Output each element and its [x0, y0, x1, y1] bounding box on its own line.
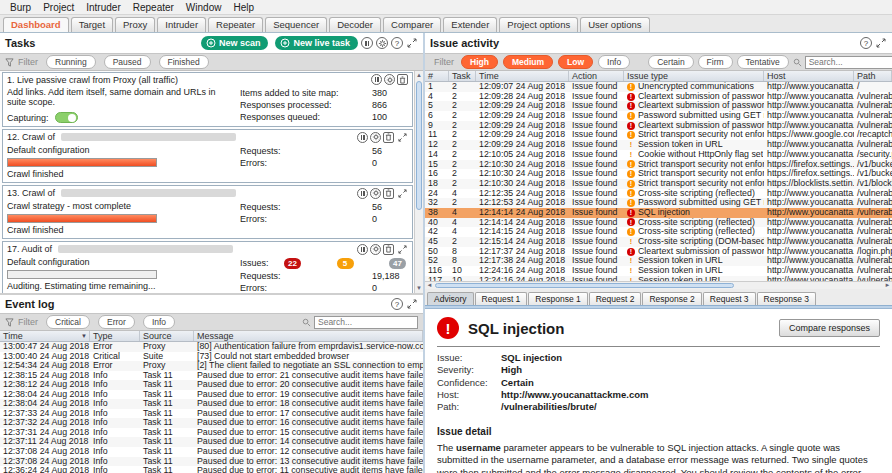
message-tab[interactable]: Request 3: [703, 292, 756, 305]
column-header-time[interactable]: Time ▼: [0, 331, 90, 341]
event-log-row[interactable]: 12:37:08 24 Aug 2018 Info Task 11 Paused…: [0, 447, 423, 457]
issue-row[interactable]: 45 2 12:15:14 24 Aug 2018 Issue found ! …: [425, 237, 892, 247]
event-log-row[interactable]: 13:00:40 24 Aug 2018 Critical Suite [73]…: [0, 352, 423, 362]
gear-icon[interactable]: [384, 74, 395, 85]
pause-task-icon[interactable]: [357, 132, 368, 143]
expand-panel-icon[interactable]: [406, 37, 418, 49]
main-tab[interactable]: User options: [580, 17, 649, 32]
event-log-row[interactable]: 12:54:34 24 Aug 2018 Error Proxy [2] The…: [0, 361, 423, 371]
message-tab[interactable]: Response 3: [757, 292, 816, 305]
confidence-filter-pill[interactable]: Certain: [648, 55, 693, 69]
issue-row[interactable]: 6 2 12:09:29 24 Aug 2018 Issue found ! P…: [425, 111, 892, 121]
issue-row[interactable]: 5 2 12:09:29 24 Aug 2018 Issue found ! C…: [425, 101, 892, 111]
expand-task-icon[interactable]: [396, 187, 408, 199]
issue-row[interactable]: 9 2 12:09:29 24 Aug 2018 Issue found ! C…: [425, 121, 892, 131]
scrollbar-thumb[interactable]: [435, 283, 734, 288]
new-live-task-button[interactable]: New live task: [275, 36, 358, 50]
scroll-up-icon[interactable]: ▲: [415, 71, 423, 80]
expand-panel-icon[interactable]: [875, 37, 887, 49]
column-header-type[interactable]: Type: [90, 331, 140, 341]
tasks-scrollbar[interactable]: ▲ ▼: [414, 71, 423, 293]
menu-item[interactable]: Help: [227, 2, 260, 13]
issue-row[interactable]: 11 2 12:09:29 24 Aug 2018 Issue found ! …: [425, 130, 892, 140]
gear-icon[interactable]: [370, 188, 381, 199]
task-filter-pill[interactable]: Running: [46, 55, 96, 69]
task-card[interactable]: 12. Crawl of Default configuration: [2, 129, 413, 183]
main-tab[interactable]: Sequencer: [265, 17, 327, 32]
gear-icon[interactable]: [370, 132, 381, 143]
expand-panel-icon[interactable]: [406, 298, 418, 310]
pause-task-icon[interactable]: [357, 244, 368, 255]
issue-table-hscrollbar[interactable]: ◄ ►: [425, 281, 892, 289]
event-log-row[interactable]: 12:36:24 24 Aug 2018 Info Task 11 Paused…: [0, 466, 423, 473]
task-filter-pill[interactable]: Paused: [104, 55, 151, 69]
main-tab[interactable]: Comparer: [383, 17, 441, 32]
column-header-number[interactable]: #: [425, 71, 449, 81]
issue-row[interactable]: 116 10 12:24:16 24 Aug 2018 Issue found …: [425, 266, 892, 276]
event-log-row[interactable]: 12:37:31 24 Aug 2018 Info Task 11 Paused…: [0, 428, 423, 438]
message-tab[interactable]: Request 1: [475, 292, 528, 305]
new-scan-button[interactable]: New scan: [201, 36, 269, 50]
task-card[interactable]: 17. Audit of Default configuration: [2, 241, 413, 293]
message-tab[interactable]: Request 2: [589, 292, 642, 305]
task-filter-pill[interactable]: Finished: [159, 55, 209, 69]
confidence-filter-pill[interactable]: Tentative: [737, 55, 789, 69]
issue-row[interactable]: 52 8 12:17:38 24 Aug 2018 Issue found ! …: [425, 256, 892, 266]
issue-row[interactable]: 14 2 12:10:05 24 Aug 2018 Issue found ! …: [425, 150, 892, 160]
issue-row[interactable]: 24 4 12:12:35 24 Aug 2018 Issue found ! …: [425, 189, 892, 199]
main-tab[interactable]: Extender: [443, 17, 497, 32]
menu-item[interactable]: Intruder: [80, 2, 126, 13]
message-tab[interactable]: Response 1: [528, 292, 587, 305]
column-header-path[interactable]: Path: [854, 71, 892, 81]
main-tab[interactable]: Intruder: [157, 17, 206, 32]
event-log-row[interactable]: 12:38:15 24 Aug 2018 Info Task 11 Paused…: [0, 371, 423, 381]
message-tab[interactable]: Advisory: [427, 292, 474, 305]
issue-row[interactable]: 38 4 12:14:14 24 Aug 2018 Issue found ! …: [425, 208, 892, 218]
pause-task-icon[interactable]: [357, 188, 368, 199]
confidence-filter-pill[interactable]: Firm: [698, 55, 733, 69]
help-icon[interactable]: ?: [391, 37, 403, 49]
issue-row[interactable]: 4 2 12:09:28 24 Aug 2018 Issue found ! C…: [425, 92, 892, 102]
event-log-row[interactable]: 12:38:04 24 Aug 2018 Info Task 11 Paused…: [0, 399, 423, 409]
main-tab[interactable]: Project options: [499, 17, 578, 32]
expand-task-icon[interactable]: [396, 131, 408, 143]
task-card[interactable]: 1. Live passive crawl from Proxy (all tr…: [2, 72, 413, 127]
issue-row[interactable]: 32 2 12:12:53 24 Aug 2018 Issue found ! …: [425, 198, 892, 208]
main-tab[interactable]: Target: [71, 17, 113, 32]
scroll-down-icon[interactable]: ▼: [415, 284, 423, 293]
main-tab[interactable]: Proxy: [115, 17, 155, 32]
event-log-row[interactable]: 12:37:32 24 Aug 2018 Info Task 11 Paused…: [0, 418, 423, 428]
scrollbar-thumb[interactable]: [416, 81, 422, 210]
issue-row[interactable]: 40 4 12:14:14 24 Aug 2018 Issue found ! …: [425, 218, 892, 228]
column-header-action[interactable]: Action: [569, 71, 624, 81]
column-header-host[interactable]: Host: [764, 71, 854, 81]
main-tab[interactable]: Decoder: [329, 17, 381, 32]
severity-filter-pill[interactable]: Low: [558, 55, 593, 69]
column-header-issue-type[interactable]: Issue type: [624, 71, 764, 81]
column-header-source[interactable]: Source: [140, 331, 194, 341]
event-log-row[interactable]: 12:38:12 24 Aug 2018 Info Task 11 Paused…: [0, 380, 423, 390]
event-log-row[interactable]: 12:37:08 24 Aug 2018 Info Task 11 Paused…: [0, 457, 423, 467]
message-tab[interactable]: Response 2: [642, 292, 701, 305]
event-log-row[interactable]: 12:37:11 24 Aug 2018 Info Task 11 Paused…: [0, 437, 423, 447]
issue-row[interactable]: 42 4 12:14:15 24 Aug 2018 Issue found ! …: [425, 227, 892, 237]
issue-row[interactable]: 18 2 12:10:30 24 Aug 2018 Issue found ! …: [425, 179, 892, 189]
column-header-message[interactable]: Message: [194, 331, 423, 341]
help-icon[interactable]: ?: [860, 37, 872, 49]
main-tab[interactable]: Repeater: [208, 17, 263, 32]
severity-filter-pill[interactable]: High: [461, 55, 498, 69]
issue-row[interactable]: 50 8 12:17:37 24 Aug 2018 Issue found ! …: [425, 247, 892, 257]
issue-row[interactable]: 15 2 12:10:30 24 Aug 2018 Issue found ! …: [425, 160, 892, 170]
trash-icon[interactable]: [383, 188, 394, 199]
event-filter-pill[interactable]: Error: [98, 315, 135, 329]
event-filter-pill[interactable]: Info: [143, 315, 175, 329]
menu-item[interactable]: Window: [180, 2, 228, 13]
compare-responses-button[interactable]: Compare responses: [779, 319, 880, 337]
event-log-row[interactable]: 13:00:47 24 Aug 2018 Error Proxy [80] Au…: [0, 342, 423, 352]
main-tab[interactable]: Dashboard: [3, 17, 69, 32]
issue-row[interactable]: 1 2 12:09:07 24 Aug 2018 Issue found ! U…: [425, 82, 892, 92]
menu-item[interactable]: Burp: [4, 2, 37, 13]
menu-item[interactable]: Repeater: [127, 2, 180, 13]
event-filter-pill[interactable]: Critical: [46, 315, 90, 329]
task-card[interactable]: 13. Crawl of Crawl strategy - most compl…: [2, 185, 413, 239]
